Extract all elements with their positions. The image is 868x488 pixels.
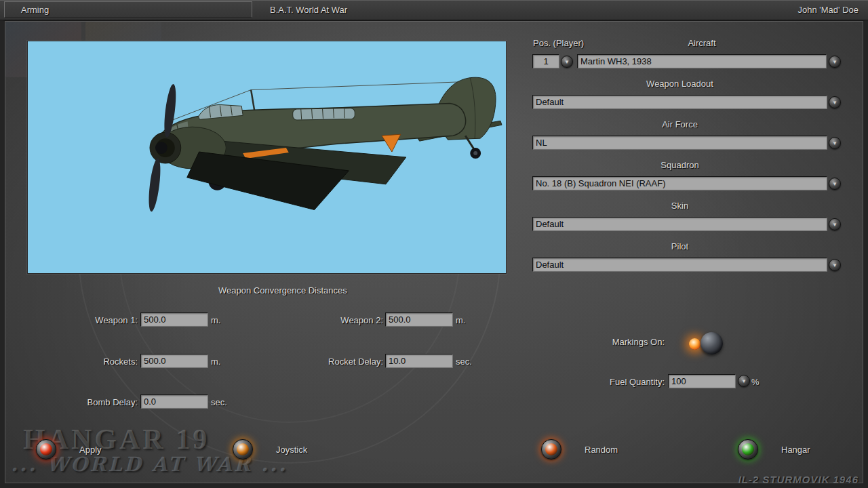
aircraft-image bbox=[28, 41, 505, 272]
titlebar: Arming B.A.T. World At War John 'Mad' Do… bbox=[0, 0, 868, 20]
weapon1-label: Weapon 1: bbox=[58, 315, 138, 325]
bomb-delay-unit: sec. bbox=[211, 397, 227, 407]
skin-input[interactable] bbox=[532, 217, 827, 231]
loadout-label: Weapon Loadout bbox=[532, 79, 827, 89]
aircraft-preview-panel bbox=[27, 41, 507, 274]
squadron-input[interactable] bbox=[532, 176, 827, 190]
joystick-button[interactable]: Joystick bbox=[233, 439, 307, 460]
tab-arming-label: Arming bbox=[21, 5, 49, 15]
tab-arming[interactable]: Arming bbox=[4, 1, 252, 18]
joystick-indicator-light-icon bbox=[233, 439, 253, 460]
weapon1-unit: m. bbox=[211, 315, 220, 325]
rocket-delay-input[interactable] bbox=[385, 354, 453, 368]
loadout-input[interactable] bbox=[532, 95, 827, 109]
chevron-down-icon: ▼ bbox=[832, 141, 837, 146]
pos-label: Pos. (Player) bbox=[533, 38, 584, 48]
squadron-dropdown-button[interactable]: ▼ bbox=[829, 178, 841, 190]
apply-indicator-light-icon bbox=[36, 439, 56, 460]
aircraft-tailwheel bbox=[465, 136, 481, 159]
convergence-heading: Weapon Convergence Distances bbox=[218, 285, 347, 296]
rocket-delay-unit: sec. bbox=[456, 357, 472, 367]
airforce-dropdown-button[interactable]: ▼ bbox=[829, 137, 841, 149]
window-title: B.A.T. World At War bbox=[270, 5, 347, 15]
apply-label: Apply bbox=[79, 445, 102, 455]
random-button[interactable]: Random bbox=[541, 439, 618, 460]
chevron-down-icon: ▼ bbox=[564, 60, 570, 65]
hangar-button[interactable]: Hangar bbox=[738, 439, 810, 460]
markings-knob-icon bbox=[701, 332, 723, 354]
aircraft-input[interactable] bbox=[577, 54, 827, 68]
fuel-unit: % bbox=[751, 377, 760, 387]
pilot-input[interactable] bbox=[532, 258, 827, 272]
aircraft-label: Aircraft bbox=[577, 38, 827, 48]
joystick-label: Joystick bbox=[276, 445, 307, 455]
weapon2-label: Weapon 2: bbox=[309, 315, 383, 325]
pos-dropdown-button[interactable]: ▼ bbox=[561, 56, 573, 68]
random-label: Random bbox=[585, 445, 618, 455]
weapon2-input[interactable] bbox=[385, 312, 453, 327]
airforce-label: Air Force bbox=[532, 119, 827, 129]
squadron-label: Squadron bbox=[532, 160, 827, 170]
chevron-down-icon: ▼ bbox=[832, 222, 837, 228]
markings-indicator-light-icon bbox=[689, 338, 701, 350]
chevron-down-icon: ▼ bbox=[832, 100, 837, 106]
chevron-down-icon: ▼ bbox=[832, 263, 837, 268]
weapon1-input[interactable] bbox=[140, 312, 208, 327]
pilot-label: Pilot bbox=[532, 241, 827, 251]
chevron-down-icon: ▼ bbox=[741, 379, 747, 384]
aircraft-dropdown-button[interactable]: ▼ bbox=[829, 56, 841, 68]
hangar-indicator-light-icon bbox=[738, 439, 758, 460]
pos-input[interactable] bbox=[532, 54, 559, 68]
bomb-delay-input[interactable] bbox=[140, 394, 208, 409]
airforce-input[interactable] bbox=[532, 136, 827, 150]
bomb-delay-label: Bomb Delay: bbox=[58, 397, 138, 407]
chevron-down-icon: ▼ bbox=[832, 182, 837, 187]
loadout-dropdown-button[interactable]: ▼ bbox=[829, 96, 841, 108]
aircraft-engine bbox=[146, 83, 226, 212]
skin-label: Skin bbox=[532, 201, 827, 211]
skin-dropdown-button[interactable]: ▼ bbox=[829, 218, 841, 230]
fuel-input[interactable] bbox=[668, 374, 736, 388]
player-name: John 'Mad' Doe bbox=[797, 5, 859, 15]
chevron-down-icon: ▼ bbox=[832, 60, 837, 65]
rockets-input[interactable] bbox=[140, 354, 208, 368]
fuel-dropdown-button[interactable]: ▼ bbox=[738, 375, 750, 387]
rockets-label: Rockets: bbox=[58, 357, 138, 367]
rocket-delay-label: Rocket Delay: bbox=[302, 357, 383, 367]
pilot-dropdown-button[interactable]: ▼ bbox=[829, 259, 841, 271]
apply-button[interactable]: Apply bbox=[36, 439, 102, 460]
hangar-label: Hangar bbox=[781, 445, 810, 455]
il2-watermark: IL-2 STURMOVIK 1946 bbox=[738, 474, 859, 485]
markings-label: Markings On: bbox=[563, 337, 665, 347]
rockets-unit: m. bbox=[211, 357, 220, 367]
markings-toggle[interactable] bbox=[684, 329, 732, 358]
fuel-label: Fuel Quantity: bbox=[563, 377, 665, 387]
random-indicator-light-icon bbox=[541, 439, 561, 460]
aircraft-roundel-triangle bbox=[382, 134, 401, 152]
weapon2-unit: m. bbox=[456, 315, 465, 325]
